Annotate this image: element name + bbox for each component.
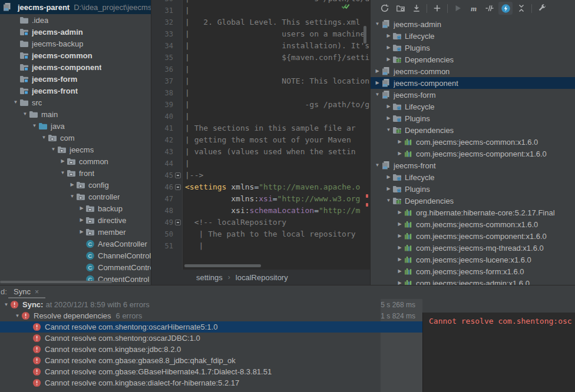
project-root-row[interactable]: m jeecms-parent D:\idea_project\jeecms-p… (0, 0, 151, 14)
run-icon[interactable] (451, 2, 465, 15)
maven-tree-item[interactable]: ▶Plugins (371, 183, 575, 195)
maven-tree-item[interactable]: ▼Dependencies (371, 124, 575, 136)
project-tree-item[interactable]: CAreaController (0, 238, 151, 250)
maven-goal-icon[interactable]: m (467, 2, 481, 15)
expand-arrow-icon[interactable]: ▶ (396, 242, 404, 254)
project-tree-item[interactable]: ▼jeecms (0, 144, 151, 155)
maven-tree-item[interactable]: ▶mjeecms-common (371, 65, 575, 77)
expand-arrow-icon[interactable]: ▼ (385, 195, 392, 207)
expand-arrow-icon[interactable]: ▶ (396, 136, 404, 148)
error-stripe-mark[interactable] (366, 194, 368, 198)
expand-arrow-icon[interactable]: ▶ (396, 230, 404, 242)
project-tree-item[interactable]: jeecms-common (0, 49, 151, 61)
expand-arrow-icon[interactable]: ▶ (385, 112, 392, 124)
maven-tree-item[interactable]: ▶com.jeecms:jeecms-admin:x1.6.0 (371, 277, 575, 285)
sync-icon[interactable] (378, 2, 392, 15)
expand-arrow-icon[interactable]: ▼ (14, 310, 21, 321)
expand-arrow-icon[interactable]: ▶ (78, 226, 85, 238)
maven-tree-item[interactable]: ▶Lifecycle (371, 101, 575, 112)
expand-arrow-icon[interactable]: ▶ (59, 155, 67, 167)
project-tree-item[interactable]: ▼src (0, 97, 151, 108)
expand-arrow-icon[interactable]: ▶ (396, 148, 404, 160)
maven-tree-item[interactable]: ▶Plugins (371, 112, 575, 124)
project-tree-item[interactable]: ▼com (0, 132, 151, 144)
project-tree-item[interactable]: CCommentContro (0, 261, 151, 273)
expand-arrow-icon[interactable]: ▶ (385, 30, 392, 42)
expand-arrow-icon[interactable]: ▶ (78, 202, 85, 214)
maven-tree-item[interactable]: ▼Dependencies (371, 195, 575, 207)
project-tree-item[interactable]: ▶config (0, 179, 151, 191)
expand-arrow-icon[interactable]: ▼ (31, 120, 38, 132)
expand-arrow-icon[interactable]: ▶ (396, 265, 404, 277)
expand-arrow-icon[interactable]: ▼ (374, 160, 381, 171)
maven-tree-item[interactable]: ▶mjeecms-component (371, 77, 575, 89)
maven-tree-item[interactable]: ▶com.jeecms:jeecms-common:x1.6.0 (371, 218, 575, 230)
maven-tree-item[interactable]: ▶com.jeecms:jeecms-component:x1.6.0 (371, 230, 575, 242)
editor-code-area[interactable]: | -s /path/to/user/set|| 2. Global Level… (183, 0, 370, 270)
build-tree-row[interactable]: Cannot resolve com.gbase:gbase8.8_jdbc:q… (0, 355, 422, 366)
expand-arrow-icon[interactable]: ▶ (385, 42, 392, 54)
project-tree-item[interactable]: .idea (0, 14, 151, 26)
project-tree-item[interactable]: ▼java (0, 120, 151, 132)
expand-arrow-icon[interactable]: ▼ (12, 97, 19, 108)
project-tree-item[interactable]: ▼controller (0, 191, 151, 202)
expand-arrow-icon[interactable]: ▶ (374, 65, 381, 77)
project-tree-item[interactable]: ▶member (0, 226, 151, 238)
build-console[interactable]: Cannot resolve com.shentong:osc (422, 313, 575, 392)
error-stripe-mark[interactable] (366, 203, 368, 207)
expand-arrow-icon[interactable]: ▶ (68, 179, 76, 191)
collapse-all-icon[interactable] (514, 2, 528, 15)
expand-arrow-icon[interactable]: ▼ (2, 299, 10, 310)
expand-arrow-icon[interactable]: ▼ (59, 167, 67, 179)
expand-arrow-icon[interactable]: ▶ (396, 218, 404, 230)
editor-horizontal-scrollbar[interactable] (184, 264, 261, 267)
expand-arrow-icon[interactable]: ▶ (385, 101, 392, 112)
breadcrumb-item-settings[interactable]: settings (196, 273, 223, 282)
expand-arrow-icon[interactable]: ▼ (40, 132, 48, 144)
maven-tree-item[interactable]: ▶com.jeecms:jeecms-lucene:x1.6.0 (371, 254, 575, 265)
project-tree-item[interactable]: ▼front (0, 167, 151, 179)
offline-icon[interactable] (498, 2, 513, 15)
maven-tree-item[interactable]: ▶Dependencies (371, 54, 575, 65)
expand-arrow-icon[interactable]: ▼ (68, 191, 76, 202)
add-icon[interactable] (430, 2, 444, 15)
build-tree-row[interactable]: Cannot resolve com.kingbase:jdbc:8.2.0 (0, 344, 422, 355)
project-tree-item[interactable]: jeecms-front (0, 85, 151, 97)
expand-arrow-icon[interactable]: ▶ (396, 277, 404, 285)
editor-scrollbar[interactable] (363, 26, 366, 44)
project-tree-item[interactable]: jeecms-form (0, 73, 151, 85)
breadcrumb-item-localrepository[interactable]: localRepository (236, 273, 288, 282)
expand-arrow-icon[interactable]: ▼ (374, 89, 381, 101)
build-tree-row[interactable]: Cannot resolve com.gbase:GBaseHibernate4… (0, 366, 422, 377)
fold-marker-icon[interactable] (175, 220, 181, 225)
maven-tree-item[interactable]: ▶Lifecycle (371, 171, 575, 183)
expand-arrow-icon[interactable]: ▼ (49, 144, 57, 155)
expand-arrow-icon[interactable]: ▶ (385, 183, 392, 195)
maven-tree-item[interactable]: ▶Plugins (371, 42, 575, 54)
horizontal-scrollbar[interactable] (0, 281, 112, 283)
project-tree-item[interactable]: jeecms-admin (0, 26, 151, 38)
project-tree-item[interactable]: ▶directive (0, 214, 151, 226)
expand-arrow-icon[interactable]: ▶ (374, 77, 381, 89)
build-tree-row[interactable]: Cannot resolve com.shentong:oscarJDBC:1.… (0, 333, 422, 344)
project-tree-item[interactable]: jeecms-backup (0, 38, 151, 49)
maven-tree-item[interactable]: ▶com.jeecms:jeecms-component:x1.6.0 (371, 148, 575, 160)
maven-tree-item[interactable]: ▶com.jeecms:jeecms-form:x1.6.0 (371, 265, 575, 277)
project-tree-item[interactable]: CChannelControl (0, 250, 151, 261)
project-tree-item[interactable]: CContentControl (0, 273, 151, 285)
maven-tree-item[interactable]: ▶com.jeecms:jeecms-common:x1.6.0 (371, 136, 575, 148)
inspections-ok-icon[interactable] (341, 2, 350, 13)
skip-tests-icon[interactable] (483, 2, 497, 15)
build-tree-row[interactable]: ▼Sync:at 2020/12/1 8:59 with 6 errors5 s… (0, 299, 422, 310)
expand-arrow-icon[interactable]: ▼ (385, 124, 392, 136)
project-tree-item[interactable]: ▶common (0, 155, 151, 167)
expand-arrow-icon[interactable]: ▶ (385, 54, 392, 65)
maven-tree-item[interactable]: ▶Lifecycle (371, 30, 575, 42)
build-tree-row[interactable]: Cannot resolve com.shentong:oscarHiberna… (0, 321, 422, 333)
expand-arrow-icon[interactable]: ▶ (396, 207, 404, 218)
fold-marker-icon[interactable] (175, 172, 181, 178)
maven-tree-item[interactable]: ▼mjeecms-front (371, 160, 575, 171)
maven-tree-item[interactable]: ▶com.jeecms:jeecms-mq-thread:x1.6.0 (371, 242, 575, 254)
editor[interactable]: 3031323334353637383940414243444546474849… (151, 0, 370, 285)
project-tree-item[interactable]: ▼main (0, 108, 151, 120)
